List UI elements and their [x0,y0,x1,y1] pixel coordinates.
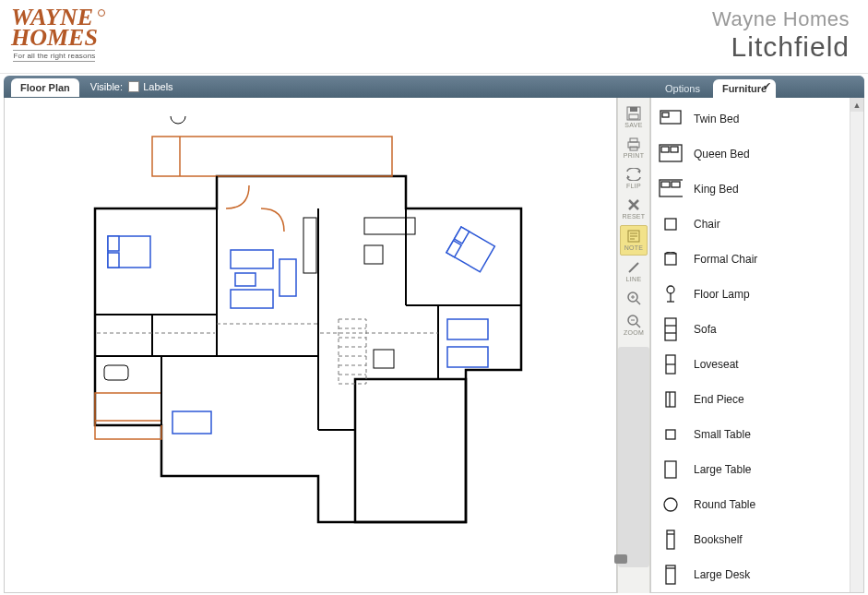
svg-marker-52 [627,175,630,179]
labels-toggle[interactable]: Labels [128,81,172,92]
brand-line2: HOMES [11,28,98,48]
brand-tagline: For all the right reasons [13,50,95,62]
furniture-item-bookshelf[interactable]: Bookshelf [657,522,863,557]
furniture-item-label: Round Table [694,498,755,511]
king-bed-icon [659,177,683,201]
sofa-icon [659,317,683,341]
furniture-item-end-piece[interactable]: End Piece [657,382,863,417]
svg-rect-71 [661,147,669,152]
svg-rect-33 [108,236,119,251]
furniture-item-large-table[interactable]: Large Table [657,452,863,487]
line-button[interactable]: LINE [620,257,648,286]
svg-rect-81 [665,318,676,340]
flip-button[interactable]: FLIP [620,164,648,193]
loveseat-icon [659,352,683,376]
zoom-slider[interactable] [618,347,649,567]
svg-rect-88 [666,430,675,439]
small-table-icon [659,422,683,446]
svg-point-30 [171,116,185,124]
furniture-item-chair[interactable]: Chair [657,207,863,242]
furniture-item-large-desk[interactable]: Large Desk [657,557,863,592]
svg-rect-38 [235,273,256,286]
furniture-item-label: Small Table [694,428,751,441]
zoom-out-icon [625,314,642,328]
furniture-item-label: Twin Bed [694,113,739,125]
save-button[interactable]: SAVE [620,103,648,132]
furniture-item-label: Large Table [694,463,752,476]
floorplan-canvas[interactable] [4,98,617,593]
visible-label: Visible: [90,81,123,92]
formal-chair-icon [659,247,683,271]
furniture-list: Twin BedQueen BedKing BedChairFormal Cha… [650,98,864,593]
queen-bed-icon [659,142,683,166]
svg-rect-35 [231,250,273,268]
svg-rect-91 [667,530,674,549]
tool-strip: SAVE PRINT FLIP RESET NOTE LINE ZOOM [617,98,650,593]
svg-rect-72 [671,147,678,152]
furniture-item-king-bed[interactable]: King Bed [657,172,863,207]
svg-rect-49 [630,138,637,142]
svg-rect-34 [108,253,119,268]
svg-rect-69 [662,113,669,117]
furniture-item-loveseat[interactable]: Loveseat [657,347,863,382]
furniture-item-formal-chair[interactable]: Formal Chair [657,242,863,277]
svg-rect-36 [231,290,273,308]
zoom-in-button[interactable] [620,288,648,309]
furniture-item-label: King Bed [694,183,739,196]
bookshelf-icon [659,528,683,552]
furniture-item-sofa[interactable]: Sofa [657,312,863,347]
tooltips-checkbox[interactable] [761,81,772,92]
svg-rect-37 [279,259,296,296]
large-desk-icon [659,563,683,587]
note-icon [625,229,642,244]
note-button[interactable]: NOTE [620,225,648,256]
zoom-slider-handle[interactable] [614,554,627,564]
print-button[interactable]: PRINT [620,134,648,162]
printer-icon [625,137,642,151]
furniture-item-label: Chair [694,218,720,231]
furniture-item-floor-lamp[interactable]: Floor Lamp [657,277,863,312]
page-title-company: Wayne Homes [712,7,850,31]
svg-point-90 [664,498,677,511]
tab-options[interactable]: Options [656,79,709,98]
svg-rect-47 [629,114,638,119]
page-title-model: Litchfield [712,31,850,63]
zoom-out-button[interactable]: ZOOM [620,311,648,339]
svg-rect-0 [355,379,466,522]
end-piece-icon [659,387,683,411]
svg-line-66 [636,324,640,327]
furniture-item-label: Large Desk [694,568,750,581]
furniture-item-label: Queen Bed [694,148,750,161]
furniture-item-small-table[interactable]: Small Table [657,417,863,452]
svg-rect-29 [104,365,128,380]
furniture-item-label: End Piece [694,393,744,406]
svg-rect-74 [661,182,670,187]
scroll-up-button[interactable]: ▲ [850,98,863,112]
tab-floor-plan[interactable]: Floor Plan [11,78,79,97]
svg-rect-26 [303,218,316,273]
furniture-item-queen-bed[interactable]: Queen Bed [657,137,863,172]
brand-logo: WAYNE HOMES For all the right reasons [11,7,98,62]
chair-icon [659,212,683,236]
twin-bed-icon [659,107,683,131]
reset-x-icon [625,197,642,212]
round-table-icon [659,493,683,517]
pencil-icon [625,260,642,275]
svg-rect-75 [672,182,680,187]
svg-rect-86 [666,392,675,407]
furniture-scrollbar[interactable]: ▲ [850,98,863,592]
furniture-item-twin-bed[interactable]: Twin Bed [657,101,863,137]
floor-plan-drawing [42,116,567,568]
floppy-icon [625,106,642,121]
reset-button[interactable]: RESET [620,195,648,223]
furniture-item-label: Loveseat [694,358,739,371]
furniture-item-label: Sofa [694,323,717,336]
labels-checkbox[interactable] [128,81,139,92]
large-table-icon [659,458,683,482]
svg-rect-1 [152,137,392,176]
svg-rect-3 [95,393,161,439]
svg-marker-51 [637,170,640,173]
svg-rect-46 [630,107,637,112]
svg-rect-76 [665,219,676,230]
furniture-item-round-table[interactable]: Round Table [657,487,863,522]
